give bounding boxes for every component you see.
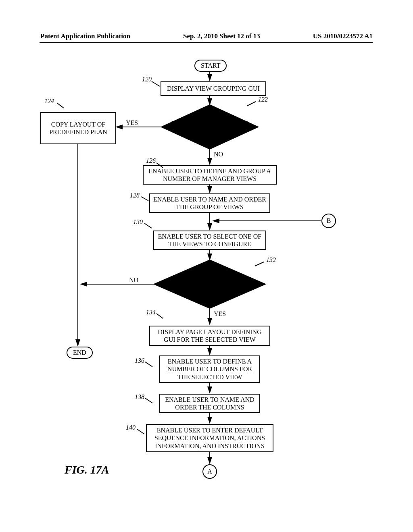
label-no-132: NO [129, 276, 138, 284]
svg-line-19 [57, 103, 64, 108]
svg-line-27 [137, 429, 144, 434]
end-label: END [73, 349, 86, 356]
connector-b: B [321, 214, 336, 228]
decision-122: DOES USER WISH TO COPY PREDEFINED PLAN? [169, 112, 250, 142]
box-128-text: ENABLE USER TO NAME AND ORDER THE GROUP … [152, 195, 268, 211]
connector-a-label: A [207, 468, 212, 475]
svg-line-22 [144, 223, 152, 228]
decision-132: DOES USER WISH TO CONFIGURE THE LAYOUT O… [165, 267, 255, 301]
box-140: ENABLE USER TO ENTER DEFAULT SEQUENCE IN… [146, 424, 273, 452]
start-label: START [201, 62, 220, 69]
ref-126: 126 [146, 157, 156, 164]
box-130-text: ENABLE USER TO SELECT ONE OF THE VIEWS T… [156, 233, 264, 248]
ref-124: 124 [44, 98, 54, 105]
box-136: ENABLE USER TO DEFINE A NUMBER OF COLUMN… [159, 355, 260, 383]
ref-132: 132 [266, 256, 276, 264]
box-120: DISPLAY VIEW GROUPING GUI [161, 81, 266, 96]
label-yes-122: YES [126, 119, 138, 127]
box-134: DISPLAY PAGE LAYOUT DEFINING GUI FOR THE… [149, 326, 270, 346]
ref-136: 136 [135, 357, 144, 364]
label-no-122: NO [214, 151, 223, 158]
svg-line-21 [141, 197, 148, 201]
ref-130: 130 [133, 218, 143, 226]
ref-134: 134 [146, 309, 156, 316]
ref-140: 140 [126, 424, 136, 431]
box-138-text: ENABLE USER TO NAME AND ORDER THE COLUMN… [162, 396, 258, 411]
decision-122-text: DOES USER WISH TO COPY PREDEFINED PLAN? [169, 120, 250, 134]
flow-lines [0, 0, 413, 532]
terminal-end: END [67, 347, 93, 359]
svg-line-25 [145, 362, 152, 367]
box-130: ENABLE USER TO SELECT ONE OF THE VIEWS T… [153, 231, 266, 250]
box-134-text: DISPLAY PAGE LAYOUT DEFINING GUI FOR THE… [152, 328, 268, 343]
box-128: ENABLE USER TO NAME AND ORDER THE GROUP … [149, 193, 270, 213]
connector-b-label: B [327, 217, 331, 224]
box-124: COPY LAYOUT OF PREDEFINED PLAN [40, 112, 116, 144]
decision-132-text: DOES USER WISH TO CONFIGURE THE LAYOUT O… [165, 274, 255, 295]
figure-label: FIG. 17A [65, 463, 109, 476]
svg-line-18 [247, 102, 256, 106]
ref-120: 120 [142, 76, 152, 83]
svg-line-24 [156, 314, 163, 318]
box-136-text: ENABLE USER TO DEFINE A NUMBER OF COLUMN… [162, 357, 258, 381]
box-126-text: ENABLE USER TO DEFINE AND GROUP A NUMBER… [145, 167, 274, 183]
svg-line-26 [145, 398, 152, 403]
label-yes-132: YES [214, 310, 226, 318]
svg-line-23 [255, 262, 264, 266]
terminal-start: START [194, 60, 227, 72]
box-126: ENABLE USER TO DEFINE AND GROUP A NUMBER… [143, 165, 277, 185]
ref-128: 128 [130, 192, 140, 199]
svg-line-17 [152, 81, 160, 86]
page: Patent Application Publication Sep. 2, 2… [0, 0, 413, 532]
box-120-text: DISPLAY VIEW GROUPING GUI [167, 85, 260, 92]
box-140-text: ENABLE USER TO ENTER DEFAULT SEQUENCE IN… [148, 426, 271, 450]
box-124-text: COPY LAYOUT OF PREDEFINED PLAN [43, 121, 114, 136]
ref-122: 122 [258, 96, 268, 103]
box-138: ENABLE USER TO NAME AND ORDER THE COLUMN… [159, 394, 260, 413]
connector-a: A [202, 464, 217, 479]
ref-138: 138 [135, 393, 144, 401]
